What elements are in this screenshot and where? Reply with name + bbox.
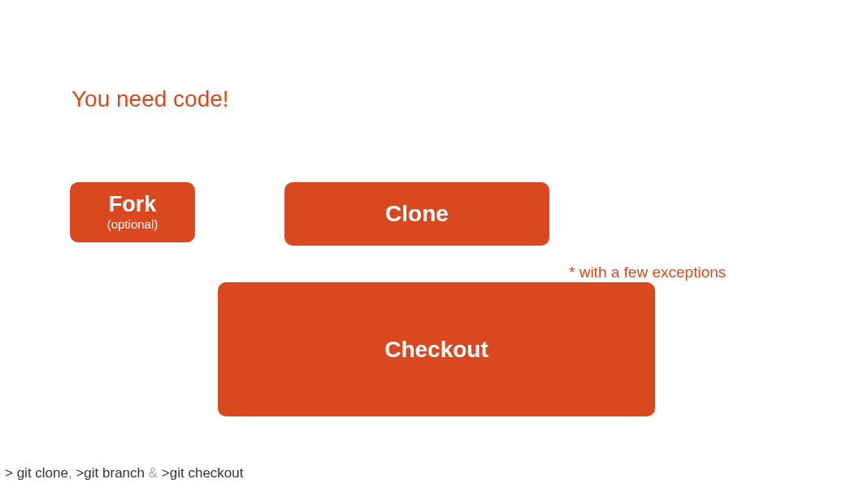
cmd-git-clone: > git clone — [5, 465, 68, 481]
heading-you-need-code: You need code! — [72, 86, 229, 112]
footer-commands: > git clone, >git branch & >git checkout — [5, 465, 243, 481]
fork-title: Fork — [109, 194, 157, 216]
cmd-git-checkout: >git checkout — [162, 465, 244, 481]
separator-ampersand: & — [145, 465, 162, 481]
checkout-title: Checkout — [384, 337, 488, 363]
clone-box: Clone — [284, 182, 549, 246]
checkout-box: Checkout — [218, 282, 655, 416]
fork-subtitle: (optional) — [107, 217, 158, 231]
cmd-git-branch: >git branch — [76, 465, 145, 481]
clone-title: Clone — [385, 201, 449, 227]
exceptions-note: * with a few exceptions — [569, 264, 726, 281]
fork-box: Fork (optional) — [70, 182, 195, 242]
